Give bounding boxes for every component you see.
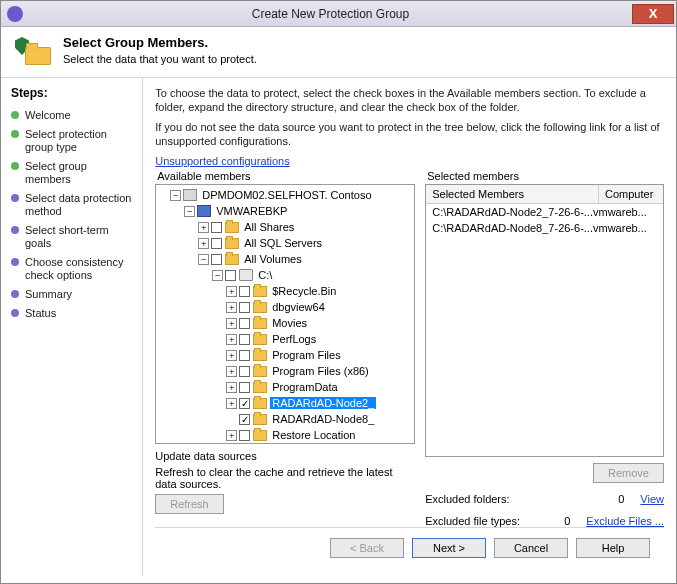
checkbox[interactable] [225, 270, 236, 281]
bullet-icon [11, 309, 19, 317]
step-summary[interactable]: Summary [11, 285, 132, 304]
tree-all-volumes[interactable]: −All Volumes [156, 251, 415, 267]
expand-icon[interactable]: + [226, 350, 237, 361]
expand-icon[interactable]: + [226, 286, 237, 297]
checkbox-checked[interactable]: ✓ [239, 414, 250, 425]
collapse-icon[interactable]: − [184, 206, 195, 217]
checkbox[interactable] [239, 286, 250, 297]
tree-folder-shperf[interactable]: +shPerf-N [156, 443, 415, 444]
update-text: Refresh to clear the cache and retrieve … [155, 466, 415, 490]
bullet-icon [11, 111, 19, 119]
header-icon [15, 37, 51, 67]
available-members-tree[interactable]: −DPMDOM02.SELFHOST. Contoso −VMWAREBKP +… [155, 184, 415, 444]
expand-icon[interactable]: + [226, 366, 237, 377]
folder-icon [253, 350, 267, 361]
checkbox[interactable] [211, 238, 222, 249]
collapse-icon[interactable]: − [170, 190, 181, 201]
bullet-icon [11, 258, 19, 266]
checkbox[interactable] [239, 350, 250, 361]
tree-folder-node8[interactable]: ✓RADARdAD-Node8_ [156, 411, 415, 427]
excluded-folders-row: Excluded folders: 0 View [425, 493, 664, 505]
selected-header: Selected Members Computer [426, 185, 663, 204]
expand-icon[interactable]: + [226, 430, 237, 441]
step-welcome[interactable]: Welcome [11, 106, 132, 125]
step-short-term-goals[interactable]: Select short-term goals [11, 221, 132, 253]
excluded-types-row: Excluded file types: 0 Exclude Files ... [425, 515, 664, 527]
checkbox[interactable] [211, 254, 222, 265]
close-button[interactable]: X [632, 4, 674, 24]
tree-all-sql[interactable]: +All SQL Servers [156, 235, 415, 251]
bullet-icon [11, 290, 19, 298]
intro-text-1: To choose the data to protect, select th… [155, 86, 664, 114]
checkbox[interactable] [239, 382, 250, 393]
expand-icon[interactable]: + [226, 382, 237, 393]
view-excluded-link[interactable]: View [640, 493, 664, 505]
collapse-icon[interactable]: − [198, 254, 209, 265]
col-computer[interactable]: Computer [599, 185, 663, 203]
expand-icon[interactable]: + [226, 318, 237, 329]
tree-all-shares[interactable]: +All Shares [156, 219, 415, 235]
wizard-footer: < Back Next > Cancel Help [155, 527, 664, 568]
exclude-files-link[interactable]: Exclude Files ... [586, 515, 664, 527]
expand-icon[interactable]: + [226, 398, 237, 409]
tree-folder-restore[interactable]: +Restore Location [156, 427, 415, 443]
collapse-icon[interactable]: − [212, 270, 223, 281]
tree-drive-c[interactable]: −C:\ [156, 267, 415, 283]
expand-icon[interactable]: + [198, 222, 209, 233]
selected-row[interactable]: C:\RADARdAD-Node8_7-26-6-... vmwareb... [426, 220, 663, 236]
bullet-icon [11, 194, 19, 202]
tree-folder-progfiles86[interactable]: +Program Files (x86) [156, 363, 415, 379]
tree-host[interactable]: −VMWAREBKP [156, 203, 415, 219]
checkbox[interactable] [239, 318, 250, 329]
unsupported-config-link[interactable]: Unsupported configurations [155, 155, 290, 167]
tree-folder-progfiles[interactable]: +Program Files [156, 347, 415, 363]
checkbox[interactable] [239, 302, 250, 313]
col-members[interactable]: Selected Members [426, 185, 599, 203]
step-status[interactable]: Status [11, 304, 132, 323]
tree-folder-node2[interactable]: +✓RADARdAD-Node2_ [156, 395, 415, 411]
folder-icon [253, 318, 267, 329]
folder-icon [253, 382, 267, 393]
tree-folder-dbgview[interactable]: +dbgview64 [156, 299, 415, 315]
checkbox[interactable] [239, 334, 250, 345]
tree-folder-recycle[interactable]: +$Recycle.Bin [156, 283, 415, 299]
tree-root[interactable]: −DPMDOM02.SELFHOST. Contoso [156, 187, 415, 203]
help-button[interactable]: Help [576, 538, 650, 558]
selected-members-label: Selected members [427, 170, 664, 182]
step-protection-method[interactable]: Select data protection method [11, 189, 132, 221]
cancel-button[interactable]: Cancel [494, 538, 568, 558]
selected-row[interactable]: C:\RADARdAD-Node2_7-26-6-... vmwareb... [426, 204, 663, 220]
steps-heading: Steps: [11, 86, 132, 100]
selected-members-list[interactable]: Selected Members Computer C:\RADARdAD-No… [425, 184, 664, 457]
step-group-type[interactable]: Select protection group type [11, 125, 132, 157]
checkbox-checked[interactable]: ✓ [239, 398, 250, 409]
remove-button[interactable]: Remove [593, 463, 664, 483]
server-icon [183, 189, 197, 201]
back-button[interactable]: < Back [330, 538, 404, 558]
bullet-icon [11, 130, 19, 138]
checkbox[interactable] [239, 366, 250, 377]
folder-icon [253, 286, 267, 297]
window-title: Create New Protection Group [29, 7, 632, 21]
refresh-button[interactable]: Refresh [155, 494, 224, 514]
checkbox[interactable] [211, 222, 222, 233]
next-button[interactable]: Next > [412, 538, 486, 558]
available-members-label: Available members [157, 170, 415, 182]
checkbox[interactable] [239, 430, 250, 441]
step-group-members[interactable]: Select group members [11, 157, 132, 189]
step-consistency-check[interactable]: Choose consistency check options [11, 253, 132, 285]
app-icon [7, 6, 23, 22]
expand-icon[interactable]: + [226, 334, 237, 345]
folder-icon [253, 302, 267, 313]
bullet-icon [11, 226, 19, 234]
content-panel: To choose the data to protect, select th… [143, 78, 676, 576]
update-title: Update data sources [155, 450, 415, 462]
tree-folder-perflogs[interactable]: +PerfLogs [156, 331, 415, 347]
tree-folder-movies[interactable]: +Movies [156, 315, 415, 331]
page-title: Select Group Members. [63, 35, 257, 50]
folder-icon [225, 222, 239, 233]
expand-icon[interactable]: + [198, 238, 209, 249]
tree-folder-progdata[interactable]: +ProgramData [156, 379, 415, 395]
titlebar: Create New Protection Group X [1, 1, 676, 27]
expand-icon[interactable]: + [226, 302, 237, 313]
